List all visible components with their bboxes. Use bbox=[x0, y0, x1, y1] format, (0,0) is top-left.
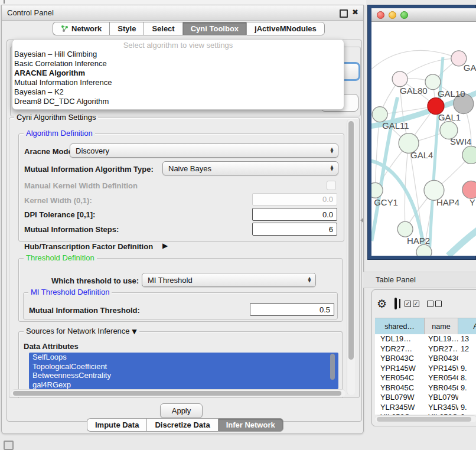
mi-algorithm-type-value: Naive Bayes bbox=[168, 164, 211, 173]
manual-kernel-width-label: Manual Kernel Width Definition bbox=[24, 181, 138, 190]
tab-impute-data-label: Impute Data bbox=[95, 420, 139, 429]
dropdown-item[interactable]: Basic Correlation Inference bbox=[12, 59, 344, 69]
control-panel-tabbar: Network Style Select Cyni Toolbox jActiv… bbox=[53, 22, 325, 35]
network-canvas[interactable]: GAL GAL80 GAL10 GAL1 GAL11 SWI4 GAL4 GCY… bbox=[371, 22, 476, 256]
attribute-list-scrollbar[interactable] bbox=[330, 354, 335, 380]
manual-kernel-width-checkbox[interactable] bbox=[327, 181, 336, 190]
node-gal10 bbox=[425, 74, 441, 90]
table-row[interactable]: YBR043CYBR043C bbox=[375, 354, 476, 364]
float-window-icon[interactable] bbox=[340, 9, 348, 18]
table-row[interactable]: YBL079WYBL079W bbox=[375, 393, 476, 403]
table-row[interactable]: YDL19…YDL19…13 bbox=[375, 334, 476, 344]
window-close-button[interactable] bbox=[377, 11, 384, 19]
mi-steps-label: Mutual Information Steps: bbox=[24, 225, 119, 234]
attribute-item[interactable]: BetweennessCentrality bbox=[29, 371, 338, 380]
node-label: SWI4 bbox=[450, 136, 472, 146]
tab-impute-data[interactable]: Impute Data bbox=[87, 418, 146, 432]
mi-threshold-input[interactable] bbox=[250, 303, 334, 316]
collapse-arrow-icon[interactable]: ▼ bbox=[132, 328, 136, 335]
column-header-name[interactable]: name bbox=[425, 318, 458, 334]
expand-arrow-icon[interactable]: ▶ bbox=[162, 242, 168, 250]
attribute-item[interactable]: gal4RGexp bbox=[29, 380, 338, 390]
scrollbar-thumb[interactable] bbox=[348, 121, 354, 360]
close-icon[interactable]: ✖ bbox=[352, 8, 358, 17]
aracne-mode-label: Aracne Mode: bbox=[24, 147, 75, 156]
attribute-item[interactable]: SelfLoops bbox=[29, 353, 338, 362]
table-row[interactable]: YPR145WYPR145W9. bbox=[375, 364, 476, 374]
network-window-titlebar[interactable] bbox=[371, 8, 476, 22]
table-row[interactable]: YIL052CYIL052C9 bbox=[375, 412, 476, 415]
panel-splitter-handle[interactable] bbox=[360, 218, 363, 223]
kernel-width-label: Kernel Width (0,1): bbox=[24, 196, 92, 205]
node-label: HAP2 bbox=[407, 236, 430, 246]
hide-columns-icon[interactable] bbox=[427, 301, 442, 307]
dropdown-item[interactable]: Dream8 DC_TDC Algorithm bbox=[12, 97, 344, 106]
column-header[interactable]: A bbox=[458, 318, 476, 334]
tab-cyni-toolbox-label: Cyni Toolbox bbox=[191, 24, 239, 33]
node-gcy1 bbox=[371, 182, 383, 198]
node-label: Y bbox=[470, 197, 475, 207]
kernel-width-input[interactable] bbox=[252, 193, 337, 206]
aracne-mode-combobox[interactable]: Discovery ▲▼ bbox=[70, 144, 338, 158]
table-panel-title: Table Panel bbox=[376, 275, 416, 284]
table-row[interactable]: YDR27…YDR27…12 bbox=[375, 344, 476, 354]
mi-steps-input[interactable] bbox=[252, 223, 337, 236]
table-row[interactable]: YBR045CYBR045C9. bbox=[375, 383, 476, 393]
scrollbar-thumb[interactable] bbox=[377, 417, 471, 422]
dropdown-item[interactable]: Bayesian – Hill Climbing bbox=[12, 50, 344, 59]
algorithm-dropdown-popup: Select algorithm to view settings Bayesi… bbox=[12, 39, 344, 110]
sources-title-text: Sources for Network Inference bbox=[26, 327, 130, 335]
apply-button-label: Apply bbox=[172, 406, 191, 415]
screen: Control Panel ✖ Network Style Select Cyn… bbox=[0, 0, 476, 450]
bottom-tabbar: Impute Data Discretize Data Infer Networ… bbox=[87, 418, 283, 432]
dropdown-item-selected[interactable]: ARACNE Algorithm bbox=[12, 69, 344, 78]
mi-algorithm-type-combobox[interactable]: Naive Bayes ▲▼ bbox=[162, 161, 338, 175]
minimized-panel-icon[interactable] bbox=[4, 441, 14, 450]
split-columns-icon[interactable] bbox=[395, 298, 397, 309]
table-header: shared… name A bbox=[375, 318, 476, 335]
dropdown-item[interactable]: Bayesian – K2 bbox=[12, 87, 344, 97]
table-toolbar: ⚙ ✓ ✓ bbox=[377, 295, 476, 312]
dpi-tolerance-input[interactable] bbox=[252, 208, 337, 221]
tab-cyni-toolbox[interactable]: Cyni Toolbox bbox=[182, 22, 246, 35]
algorithm-definition-title: Algorithm Definition bbox=[24, 129, 95, 138]
table-horizontal-scrollbar[interactable] bbox=[375, 415, 476, 422]
mi-threshold-label: Mutual Information Threshold: bbox=[29, 306, 140, 315]
dpi-tolerance-label: DPI Tolerance [0,1]: bbox=[24, 210, 95, 219]
tab-style[interactable]: Style bbox=[109, 22, 144, 35]
tab-infer-network[interactable]: Infer Network bbox=[218, 418, 283, 432]
tab-select[interactable]: Select bbox=[144, 22, 182, 35]
window-minimize-button[interactable] bbox=[389, 11, 396, 19]
which-threshold-combobox[interactable]: MI Threshold ▲▼ bbox=[142, 273, 316, 287]
control-panel-titlebar[interactable]: Control Panel ✖ bbox=[2, 5, 363, 21]
unchecked-box-icon bbox=[427, 301, 433, 307]
tab-infer-network-label: Infer Network bbox=[226, 420, 275, 429]
settings-vertical-scrollbar[interactable] bbox=[347, 119, 355, 395]
node-label: GAL10 bbox=[438, 89, 465, 99]
settings-horizontal-scrollbar[interactable] bbox=[11, 389, 345, 397]
apply-button[interactable]: Apply bbox=[160, 403, 203, 418]
checked-box-icon: ✓ bbox=[405, 301, 411, 307]
top-strip bbox=[0, 0, 366, 5]
table-panel-bar: Table Panel bbox=[363, 272, 476, 288]
column-header-shared-name[interactable]: shared… bbox=[375, 318, 425, 334]
node-hap2 bbox=[397, 221, 413, 237]
window-zoom-button[interactable] bbox=[400, 11, 408, 19]
dropdown-item[interactable]: Mutual Information Inference bbox=[12, 78, 344, 87]
node-label: GAL4 bbox=[410, 150, 433, 160]
tab-jactivemnodules[interactable]: jActiveMNodules bbox=[246, 22, 325, 35]
tab-network[interactable]: Network bbox=[53, 22, 109, 35]
tab-discretize-data[interactable]: Discretize Data bbox=[146, 418, 217, 432]
node-label: GAL bbox=[464, 63, 476, 73]
tab-discretize-data-label: Discretize Data bbox=[155, 420, 210, 429]
mi-algorithm-type-label: Mutual Information Algorithm Type: bbox=[24, 165, 154, 174]
network-view-window: GAL GAL80 GAL10 GAL1 GAL11 SWI4 GAL4 GCY… bbox=[367, 5, 476, 260]
scrollbar-thumb[interactable] bbox=[13, 391, 341, 396]
gear-icon[interactable]: ⚙ bbox=[377, 298, 387, 309]
table-row[interactable]: YLR345WYLR345W9. bbox=[375, 403, 476, 413]
data-attributes-label: Data Attributes bbox=[24, 342, 79, 351]
tab-network-label: Network bbox=[71, 24, 102, 33]
table-row[interactable]: YER054CYER054C8. bbox=[375, 373, 476, 383]
show-columns-icon[interactable]: ✓ ✓ bbox=[405, 301, 419, 307]
attribute-item[interactable]: TopologicalCoefficient bbox=[29, 362, 338, 371]
